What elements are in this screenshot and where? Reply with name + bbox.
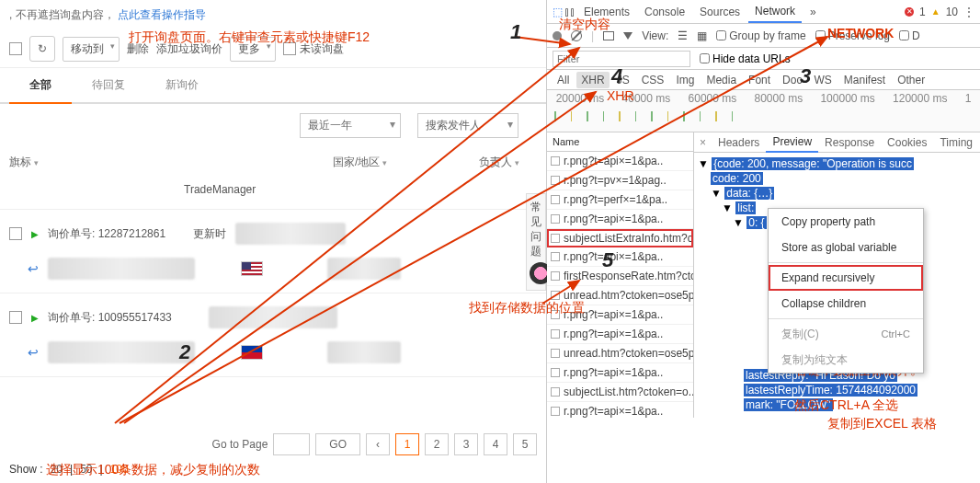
cm-collapse[interactable]: Collapse children [769, 291, 923, 316]
filter-input[interactable] [553, 51, 690, 67]
search-sender-select[interactable]: 搜索发件人 [417, 113, 518, 138]
page-size-100[interactable]: 100 [110, 463, 129, 476]
select-all-checkbox[interactable] [9, 42, 22, 55]
refresh-button[interactable]: ↻ [29, 36, 55, 62]
page-size-50[interactable]: 50 [80, 463, 92, 476]
page-5[interactable]: 5 [513, 433, 537, 455]
filter-other[interactable]: Other [893, 72, 929, 88]
request-list: Name r.png?t=api×=1&pa..r.png?t=pv×=1&pa… [547, 132, 694, 418]
screenshot-icon[interactable] [603, 31, 614, 40]
request-row[interactable]: firstResponseRate.htm?cto.. [547, 267, 693, 286]
unread-filter[interactable]: 未读询盘 [283, 41, 344, 57]
preserve-log[interactable]: Preserve log [815, 29, 890, 42]
disable-cache[interactable]: D [899, 29, 920, 42]
prev-page[interactable]: ‹ [366, 433, 390, 455]
owner-header[interactable]: 负责人 [479, 155, 519, 170]
filter-xhr[interactable]: XHR [576, 72, 609, 88]
dtab-cookies[interactable]: Cookies [881, 133, 933, 152]
cm-copy-path[interactable]: Copy property path [769, 209, 923, 235]
filter-icon[interactable] [623, 32, 632, 40]
request-row[interactable]: r.png?t=api×=1&pa.. [547, 402, 693, 418]
request-row[interactable]: unread.htm?ctoken=ose5p.. [547, 286, 693, 305]
page-1[interactable]: 1 [395, 433, 419, 455]
filter-img[interactable]: Img [671, 72, 699, 88]
cm-copy[interactable]: 复制(C)Ctrl+C [769, 321, 923, 347]
group-by-frame[interactable]: Group by frame [716, 29, 805, 42]
page-controls: Go to Page GO ‹ 1 2 3 4 5 [212, 433, 537, 455]
device-icon[interactable]: ⫿⫿ [564, 6, 575, 18]
toolbar: ↻ 移动到 删除 添加垃圾询价 更多 未读询盘 [0, 30, 546, 68]
page-2[interactable]: 2 [425, 433, 449, 455]
inquiry-row[interactable]: ▶ 询价单号: 100955517433 ↩ [0, 293, 546, 377]
request-row[interactable]: r.png?t=pv×=1&pag.. [547, 171, 693, 190]
request-row[interactable]: r.png?t=api×=1&pa.. [547, 305, 693, 325]
tab-all[interactable]: 全部 [9, 68, 72, 104]
inquiry-row[interactable]: ▶ 询价单号: 12287212861 更新时 ↩ [0, 210, 546, 293]
filter-font[interactable]: Font [744, 72, 775, 88]
network-timeline[interactable]: 20000 ms 40000 ms 60000 ms 80000 ms 1000… [547, 90, 980, 132]
request-row[interactable]: r.png?t=api×=1&pa.. [547, 363, 693, 383]
devtools-menu-icon[interactable]: ⋮ [963, 6, 974, 18]
close-detail-icon[interactable]: × [694, 136, 712, 149]
view-grid-icon[interactable]: ▦ [697, 29, 707, 42]
add-spam-button[interactable]: 添加垃圾询价 [156, 41, 222, 57]
notice-link[interactable]: 点此查看操作指导 [118, 8, 206, 21]
name-header[interactable]: Name [547, 132, 693, 152]
country-header[interactable]: 国家/地区 [333, 155, 387, 170]
tab-sources[interactable]: Sources [693, 2, 746, 22]
flag-header[interactable]: 旗标 [9, 155, 39, 170]
page-size-20[interactable]: 20 [51, 463, 63, 476]
inspect-icon[interactable]: ⬚ [553, 6, 563, 18]
clear-icon[interactable] [571, 30, 582, 41]
request-row[interactable]: subjectListExtraInfo.htm?c [547, 229, 693, 247]
move-to-dropdown[interactable]: 移动到 [63, 37, 120, 62]
row-checkbox[interactable] [9, 311, 22, 324]
warning-icon[interactable]: ▲ [931, 6, 940, 17]
record-icon[interactable] [553, 31, 562, 40]
filter-ws[interactable]: WS [809, 72, 836, 88]
dtab-headers[interactable]: Headers [712, 133, 766, 152]
reply-icon: ↩ [28, 261, 39, 276]
cm-store-global[interactable]: Store as global variable [769, 235, 923, 260]
request-row[interactable]: r.png?t=api×=1&pa.. [547, 247, 693, 267]
page-3[interactable]: 3 [454, 433, 478, 455]
time-range-select[interactable]: 最近一年 [300, 113, 401, 138]
view-list-icon[interactable]: ☰ [678, 29, 688, 42]
filter-doc[interactable]: Doc [778, 72, 806, 88]
request-row[interactable]: r.png?t=api×=1&pa.. [547, 152, 693, 171]
go-button[interactable]: GO [315, 433, 360, 455]
page-input[interactable] [273, 433, 310, 455]
filter-all[interactable]: All [553, 72, 574, 88]
hide-data-urls[interactable]: Hide data URLs [700, 52, 791, 65]
tab-elements[interactable]: Elements [577, 2, 636, 22]
tab-network[interactable]: Network [748, 1, 802, 23]
request-row[interactable]: r.png?t=api×=1&pa.. [547, 210, 693, 229]
dtab-timing[interactable]: Timing [933, 133, 979, 152]
filter-manifest[interactable]: Manifest [839, 72, 890, 88]
tab-pending[interactable]: 待回复 [72, 68, 145, 102]
tab-console[interactable]: Console [638, 2, 691, 22]
delete-button[interactable]: 删除 [127, 41, 149, 57]
cm-copy-as-text[interactable]: 复制为纯文本 [769, 347, 923, 373]
request-row[interactable]: r.png?t=perf×=1&pa.. [547, 190, 693, 210]
page-4[interactable]: 4 [484, 433, 507, 455]
flag-us-icon [241, 261, 263, 276]
dtab-preview[interactable]: Preview [766, 132, 818, 153]
filter-css[interactable]: CSS [637, 72, 669, 88]
request-row[interactable]: unread.htm?ctoken=ose5p.. [547, 344, 693, 363]
row-checkbox[interactable] [9, 227, 22, 240]
json-field: mark: "FOLLOW" [744, 398, 833, 411]
dtab-response[interactable]: Response [818, 133, 881, 152]
request-row[interactable]: r.png?t=api×=1&pa.. [547, 325, 693, 344]
cm-expand-recursively[interactable]: Expand recursively [769, 265, 923, 291]
request-row[interactable]: subjectList.htm?ctoken=o.. [547, 383, 693, 402]
more-dropdown[interactable]: 更多 [230, 37, 276, 62]
view-label: View: [642, 29, 668, 42]
filter-media[interactable]: Media [701, 72, 741, 88]
json-preview[interactable]: ▼ {code: 200, message: "Operation is suc… [694, 153, 980, 418]
error-badge[interactable]: ✕ [905, 7, 914, 17]
tab-more[interactable]: » [803, 2, 823, 22]
help-sidebar[interactable]: 常见问题 [526, 193, 546, 291]
filter-js[interactable]: JS [612, 72, 634, 88]
tab-new[interactable]: 新询价 [145, 68, 219, 102]
